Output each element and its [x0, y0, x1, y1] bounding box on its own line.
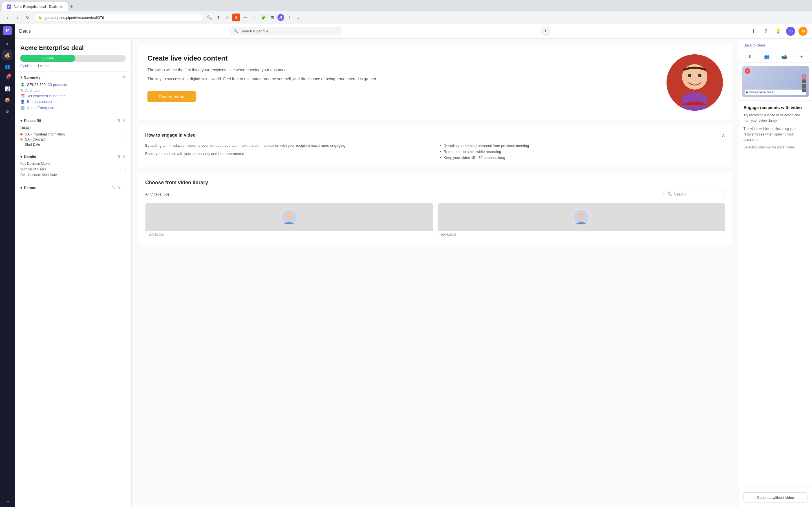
bulb-icon[interactable]: 💡 [774, 27, 783, 36]
library-filter[interactable]: All Videos (56) [145, 192, 169, 196]
summary-amount-row: 💲 SEK28,320 23 products [20, 82, 126, 87]
search-input[interactable] [241, 29, 338, 33]
person-section-title[interactable]: ▾ Person [20, 186, 36, 190]
products-link[interactable]: 23 products [48, 82, 67, 87]
please-fill-title[interactable]: ▾ Please fill [20, 119, 41, 123]
add-button[interactable]: + [541, 27, 550, 36]
sidebar-item-contacts[interactable]: 👥 [2, 61, 12, 71]
search-btn[interactable]: 🔍 [205, 13, 213, 21]
search-bar[interactable]: 🔍 [230, 27, 342, 35]
sidebar-item-home[interactable]: ● [2, 39, 12, 49]
progress-label: 50 days [42, 56, 54, 60]
details-arrange-icon[interactable]: ⇅ [117, 155, 120, 159]
engage-text-2: Boost your content with your personality… [145, 151, 431, 157]
app-logo[interactable]: P [3, 26, 12, 35]
help-icon[interactable]: ? [761, 27, 770, 36]
tab-people[interactable]: 👥 [758, 52, 776, 62]
back-to-deals-link[interactable]: Back to deals [744, 43, 765, 47]
add-label-link[interactable]: ✎ Add label [20, 89, 126, 93]
video-card-1[interactable]: 16/08/2023 [145, 203, 433, 238]
tip-3: Keep your video 15 - 30 seconds long [440, 155, 725, 161]
edit-fields-icon[interactable]: ✎ [123, 119, 126, 123]
preview-badge-icon: 9 [745, 68, 750, 74]
share-btn[interactable]: ⬆ [214, 13, 222, 21]
new-tab-button[interactable]: + [68, 3, 75, 11]
sidebar-more-button[interactable]: ... [3, 496, 11, 505]
tab-close-button[interactable]: ✕ [60, 4, 63, 9]
sidebar-item-reports[interactable]: 📊 [2, 83, 12, 94]
library-search-input[interactable] [674, 192, 721, 196]
pipeline-link[interactable]: Pipeline [20, 64, 33, 68]
preview-doc-label: ▶ Sales proposal flipairs [745, 90, 806, 95]
address-bar[interactable]: 🔒 getacceptinc.pipedrive.com/deal/376 [34, 14, 203, 21]
currency-icon: 💲 [20, 82, 25, 87]
video-avatar [666, 54, 723, 111]
breadcrumb: Pipeline → Lead In [20, 64, 126, 68]
record-video-button[interactable]: Record Video [147, 91, 196, 102]
person-arrange-icon[interactable]: ⇅ [112, 186, 115, 190]
edit-btn[interactable]: ✏ [241, 13, 249, 21]
tag-icon: ✎ [20, 89, 23, 93]
menu-btn[interactable]: ⋮ [285, 13, 293, 21]
details-title[interactable]: ▾ Details [20, 155, 36, 159]
engage-title: How to engage in video [145, 133, 196, 138]
tip-2: Remember to smile while recording [440, 149, 725, 155]
sidebar-item-products[interactable]: 📦 [2, 95, 12, 105]
sidebar-item-deals[interactable]: 💰 [2, 50, 12, 60]
details-edit-icon[interactable]: ✎ [123, 155, 126, 159]
tab-video[interactable]: 📹 [776, 52, 793, 62]
close-date-link[interactable]: 📅 Set expected close date [20, 94, 126, 98]
right-panel-menu[interactable]: ··· [804, 43, 808, 48]
extension-btn1[interactable]: G [232, 13, 240, 21]
tab-upload[interactable]: ⬆ [741, 52, 758, 62]
shield-btn[interactable]: ✓ [250, 13, 258, 21]
field-name-1: GA - Important Information [25, 132, 64, 136]
browser-nav: ‹ › ↻ 🔒 getacceptinc.pipedrive.com/deal/… [0, 11, 812, 24]
calendar-icon: 📅 [20, 94, 25, 98]
expand-btn[interactable]: ⌄ [294, 13, 302, 21]
layout-btn[interactable]: ⊞ [268, 13, 276, 21]
browser-chrome: P Acme Enterprise deal - Deals ✕ + ‹ › ↻… [0, 0, 812, 24]
lock-icon: 🔒 [38, 15, 42, 19]
preview-actions: 9 [802, 74, 806, 93]
continue-without-video-button[interactable]: Continue without video [744, 492, 808, 503]
tab-bar: P Acme Enterprise deal - Deals ✕ + [0, 0, 812, 11]
field-row-2: GA - Contract - [20, 137, 126, 142]
sidebar-item-settings[interactable]: ⚙ [2, 106, 12, 116]
video-thumb-inner-2 [573, 209, 590, 226]
video-desc-1: The video will be the first thing your r… [147, 67, 658, 73]
bookmark-btn[interactable]: ☆ [223, 13, 231, 21]
company-link[interactable]: Acme Enterprise [27, 106, 54, 110]
puzzle-btn[interactable]: 🧩 [259, 13, 267, 21]
person-section-label: Person [24, 186, 36, 190]
right-engage-desc1: Try recording a video or selecting one f… [744, 113, 808, 123]
share-icon[interactable]: ⬆ [749, 27, 758, 36]
summary-title[interactable]: ▾ Summary [20, 75, 41, 79]
refresh-button[interactable]: ↻ [24, 13, 32, 21]
person-more-icon[interactable]: ··· [123, 186, 126, 190]
field-name-2b: Start Date [25, 143, 40, 147]
gear-icon[interactable]: ⚙ [122, 75, 126, 79]
detail-label-3: GA - Contract Start Date [20, 173, 57, 177]
video-card-2[interactable]: 16/08/2023 [438, 203, 725, 238]
arrange-icon[interactable]: ⇅ [117, 119, 120, 123]
library-search[interactable]: 🔍 [663, 190, 725, 198]
user-avatar-orange[interactable]: JS [799, 27, 808, 36]
sidebar-item-messages[interactable]: ✉ 1 [2, 72, 12, 82]
person-edit-icon[interactable]: ✎ [117, 186, 120, 190]
breadcrumb-separator: → [34, 64, 37, 68]
active-tab[interactable]: P Acme Enterprise deal - Deals ✕ [2, 2, 68, 11]
details-label: Details [24, 155, 36, 159]
browser-user-avatar[interactable]: JS [277, 14, 284, 21]
field-row-1: GA - Important Information - [20, 132, 126, 136]
forward-button[interactable]: › [13, 13, 21, 21]
user-initials-avatar[interactable]: JS [786, 27, 795, 36]
tab-send[interactable]: ✈ [793, 52, 810, 62]
person-link[interactable]: Emma Larsson [27, 100, 52, 104]
right-panel: Back to deals ··· ⬆ 👥 📹 ✈ 9 [739, 39, 812, 507]
tip-1: Recalling something personal from previo… [440, 143, 725, 149]
address-text: getacceptinc.pipedrive.com/deal/376 [45, 15, 104, 20]
right-panel-tabs: ⬆ 👥 📹 ✈ [739, 52, 812, 62]
collapse-icon[interactable]: ∧ [721, 132, 725, 138]
back-button[interactable]: ‹ [3, 13, 11, 21]
